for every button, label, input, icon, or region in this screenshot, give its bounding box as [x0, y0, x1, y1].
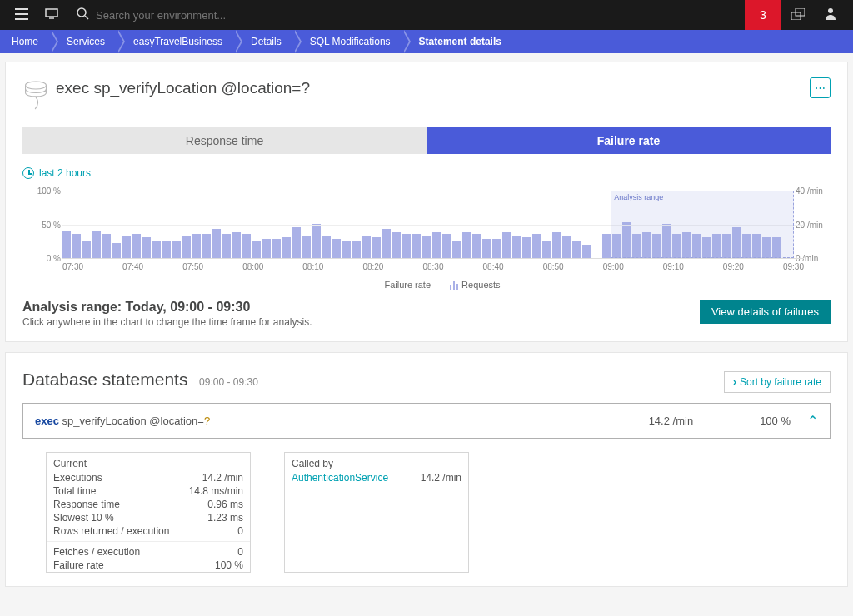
called-by-panel: Called by AuthenticationService 14.2 /mi… [284, 452, 469, 573]
chevron-up-icon: ⌃ [807, 413, 818, 429]
tab-response-time[interactable]: Response time [22, 127, 426, 154]
clock-icon [22, 167, 34, 179]
overview-card: exec sp_verifyLocation @location=? ⋯ Res… [5, 62, 848, 342]
legend-requests: Requests [461, 280, 500, 290]
statement-pct: 100 % [760, 415, 807, 427]
chevron-right-icon: › [733, 376, 736, 388]
chart-bars[interactable]: Analysis range [62, 191, 804, 259]
analysis-range-hint: Click anywhere in the chart to change th… [22, 316, 312, 328]
statement-row[interactable]: exec sp_verifyLocation @location=? 14.2 … [22, 403, 831, 439]
sql-param: ? [204, 415, 210, 427]
x-axis: 07:3007:4007:5008:0008:1008:2008:3008:40… [62, 262, 804, 271]
legend-failure: Failure rate [384, 280, 431, 290]
time-range-selector[interactable]: last 2 hours [22, 167, 831, 179]
more-menu-button[interactable]: ⋯ [810, 77, 831, 98]
db-section-header: Database statements 09:00 - 09:30 › Sort… [22, 370, 831, 393]
svg-point-5 [45, 91, 46, 92]
svg-rect-0 [46, 9, 57, 17]
database-icon [22, 81, 49, 111]
chart-legend: Failure rate Requests [62, 280, 804, 290]
caller-rate: 14.2 /min [421, 472, 461, 484]
sql-body: sp_verifyLocation @location= [62, 415, 204, 427]
current-panel: Current Executions14.2 /min Total time14… [46, 452, 251, 573]
statement-rate: 14.2 /min [649, 415, 760, 427]
crumb-sql-mod[interactable]: SQL Modifications [293, 30, 402, 53]
tab-failure-rate[interactable]: Failure rate [426, 127, 831, 154]
svg-point-1 [77, 8, 86, 17]
failure-chart[interactable]: 100 % 50 % 0 % 40 /min 20 /min 0 /min An… [22, 191, 831, 293]
crumb-service-name[interactable]: easyTravelBusiness [117, 30, 234, 53]
current-label: Current [47, 453, 250, 471]
search-container [67, 7, 745, 22]
sort-label: Sort by failure rate [740, 376, 821, 388]
page-wrapper: exec sp_verifyLocation @location=? ⋯ Res… [0, 53, 853, 605]
sort-button[interactable]: › Sort by failure rate [724, 371, 831, 393]
time-range-text: last 2 hours [39, 167, 91, 179]
statement-details: Current Executions14.2 /min Total time14… [46, 452, 831, 573]
hamburger-icon[interactable] [7, 8, 37, 22]
title-row: exec sp_verifyLocation @location=? [22, 79, 831, 109]
view-failures-button[interactable]: View details of failures [700, 300, 831, 324]
y-axis-left: 100 % 50 % 0 % [19, 191, 61, 259]
caller-link[interactable]: AuthenticationService [292, 472, 388, 484]
db-section-time: 09:00 - 09:30 [199, 376, 258, 388]
page-title: exec sp_verifyLocation @location=? [56, 79, 310, 97]
database-statements-card: Database statements 09:00 - 09:30 › Sort… [5, 352, 848, 587]
search-input[interactable] [94, 8, 745, 22]
db-section-title: Database statements [22, 370, 187, 389]
crumb-details[interactable]: Details [234, 30, 293, 53]
analysis-range-title: Analysis range: Today, 09:00 - 09:30 [22, 300, 312, 315]
tabs: Response time Failure rate [22, 127, 831, 154]
top-bar: 3 [0, 0, 853, 30]
svg-point-4 [828, 8, 833, 13]
monitor-icon[interactable] [37, 8, 67, 22]
sql-keyword: exec [35, 415, 62, 427]
crumb-services[interactable]: Services [50, 30, 117, 53]
alerts-badge[interactable]: 3 [745, 0, 781, 30]
breadcrumb: Home Services easyTravelBusiness Details… [0, 30, 853, 53]
crumb-home[interactable]: Home [0, 30, 50, 53]
analysis-label: Analysis range [614, 193, 663, 201]
analysis-range-row: Analysis range: Today, 09:00 - 09:30 Cli… [22, 300, 831, 328]
called-by-label: Called by [285, 453, 468, 471]
search-icon[interactable] [67, 7, 94, 22]
crumb-current[interactable]: Statement details [402, 30, 513, 53]
user-icon[interactable] [815, 7, 846, 22]
dashboards-icon[interactable] [781, 8, 815, 22]
